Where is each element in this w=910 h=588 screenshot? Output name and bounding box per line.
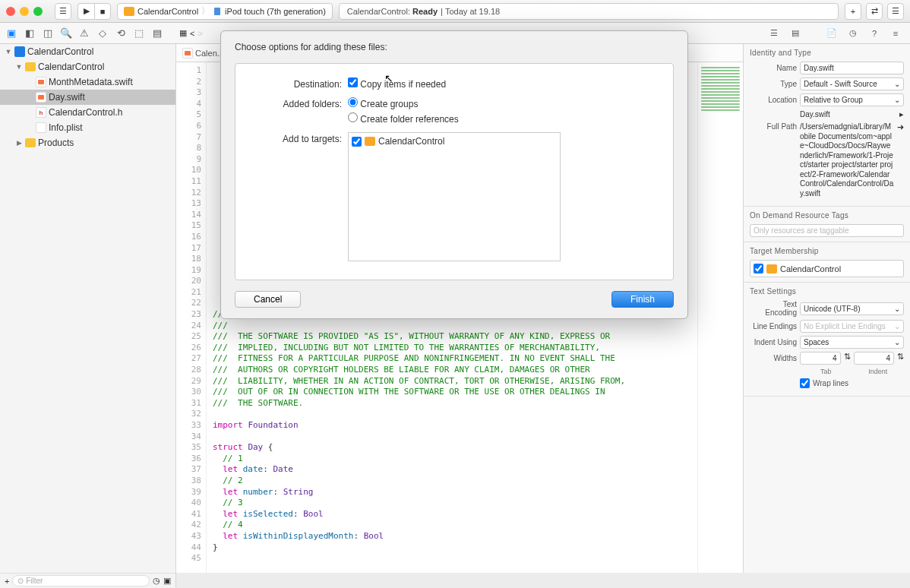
- identity-section-title: Identity and Type: [750, 49, 904, 57]
- cancel-button[interactable]: Cancel: [235, 291, 301, 308]
- scheme-selector[interactable]: CalendarControl 〉 iPod touch (7th genera…: [117, 3, 333, 20]
- toggle-inspector-button[interactable]: ☰: [887, 3, 904, 20]
- disclosure-triangle[interactable]: ▶: [15, 139, 23, 147]
- window-titlebar: ☰ ▶ ■ CalendarControl 〉 iPod touch (7th …: [0, 0, 910, 23]
- target-row[interactable]: CalendarControl: [352, 136, 557, 147]
- editor-back-button[interactable]: <: [190, 29, 194, 38]
- create-folder-refs-radio-label[interactable]: Create folder references: [348, 112, 658, 125]
- add-files-sheet: Choose options for adding these files: D…: [220, 30, 688, 319]
- tree-item-products[interactable]: ▶Products: [0, 135, 175, 150]
- find-navigator-tab[interactable]: 🔍: [58, 26, 74, 41]
- attributes-inspector-tab[interactable]: ≡: [887, 26, 904, 41]
- swift-icon: [36, 77, 46, 87]
- tree-item-label: Products: [38, 138, 74, 148]
- project-navigator[interactable]: ▼CalendarControl▼CalendarControlMonthMet…: [0, 44, 176, 573]
- source-control-navigator-tab[interactable]: ◧: [21, 26, 38, 41]
- library-button[interactable]: ⇄: [866, 3, 883, 20]
- inspectors-minimap-icon[interactable]: ▤: [787, 26, 804, 41]
- swift-icon: [36, 92, 46, 103]
- reveal-in-finder-icon[interactable]: ➜: [897, 122, 904, 132]
- create-groups-radio-label[interactable]: Create groups: [348, 97, 658, 109]
- file-name-field[interactable]: Day.swift: [800, 62, 904, 74]
- svg-rect-0: [214, 8, 220, 15]
- inspectors-outline-icon[interactable]: ☰: [766, 26, 782, 41]
- breakpoint-navigator-tab[interactable]: ⬚: [131, 26, 147, 41]
- test-navigator-tab[interactable]: ◇: [94, 26, 111, 41]
- add-to-targets-list[interactable]: CalendarControl: [348, 132, 561, 261]
- tab-stepper[interactable]: ⇅: [844, 352, 851, 365]
- tree-item-calendarcontrol[interactable]: ▼CalendarControl: [0, 44, 175, 59]
- tab-width-field[interactable]: 4: [800, 352, 841, 365]
- recent-filter-icon[interactable]: ◷: [153, 576, 160, 586]
- device-icon: [213, 7, 222, 16]
- target-membership-checkbox[interactable]: [754, 264, 763, 273]
- tree-item-calendarcontrol[interactable]: ▼CalendarControl: [0, 59, 175, 74]
- tree-item-info-plist[interactable]: Info.plist: [0, 120, 175, 135]
- tree-item-label: CalendarControl: [38, 62, 104, 72]
- choose-location-icon[interactable]: ▸: [899, 109, 904, 119]
- close-window-button[interactable]: [6, 7, 15, 16]
- issue-navigator-tab[interactable]: ⚠: [76, 26, 93, 41]
- wrap-lines-toggle[interactable]: Wrap lines: [800, 378, 904, 388]
- add-editor-button[interactable]: +: [845, 3, 861, 20]
- file-type-select[interactable]: Default - Swift Source⌄: [800, 77, 904, 90]
- location-select[interactable]: Relative to Group⌄: [800, 93, 904, 106]
- tree-item-label: Info.plist: [49, 122, 83, 133]
- indent-using-select[interactable]: Spaces⌄: [800, 336, 904, 349]
- zoom-window-button[interactable]: [33, 7, 43, 16]
- report-navigator-tab[interactable]: ▤: [149, 26, 166, 41]
- stop-button[interactable]: ■: [94, 3, 111, 20]
- line-gutter: 1234567891011121314151617181920212223242…: [176, 62, 207, 573]
- tree-item-label: Day.swift: [49, 92, 85, 103]
- toggle-navigator-button[interactable]: ☰: [55, 3, 71, 20]
- filter-field[interactable]: ⊙ Filter: [12, 575, 150, 586]
- disclosure-triangle[interactable]: ▼: [5, 48, 12, 55]
- target-membership-item[interactable]: CalendarControl: [754, 264, 900, 273]
- toolbox-icon: [766, 264, 777, 273]
- create-folder-refs-radio[interactable]: [348, 112, 358, 122]
- sheet-heading: Choose options for adding these files:: [235, 42, 674, 52]
- filter-icon: ⊙: [17, 577, 24, 585]
- tree-item-label: CalendarControl: [27, 46, 93, 57]
- tree-item-calendarcontrol-h[interactable]: hCalendarControl.h: [0, 105, 175, 120]
- help-inspector-tab[interactable]: ?: [866, 26, 883, 41]
- debug-navigator-tab[interactable]: ⟲: [112, 26, 129, 41]
- scheme-app: CalendarControl: [137, 7, 198, 16]
- minimap[interactable]: [697, 62, 743, 573]
- finish-button[interactable]: Finish: [611, 291, 674, 308]
- traffic-lights: [6, 7, 49, 16]
- odr-tags-field[interactable]: Only resources are taggable: [750, 224, 904, 237]
- copy-items-checkbox[interactable]: [348, 77, 358, 87]
- full-path-text: /Users/emadgnia/Library/Mobile Documents…: [800, 122, 894, 198]
- line-endings-select[interactable]: No Explicit Line Endings⌄: [800, 320, 904, 333]
- add-button[interactable]: +: [5, 577, 9, 586]
- tree-item-day-swift[interactable]: Day.swift: [0, 90, 175, 105]
- tree-item-monthmetadata-swift[interactable]: MonthMetadata.swift: [0, 74, 175, 90]
- indent-width-field[interactable]: 4: [854, 352, 895, 365]
- h-icon: h: [36, 107, 46, 118]
- history-inspector-tab[interactable]: ◷: [845, 26, 861, 41]
- indent-stepper[interactable]: ⇅: [897, 352, 904, 365]
- scm-filter-icon[interactable]: ▣: [163, 576, 171, 586]
- file-inspector: Identity and Type Name Day.swift Type De…: [743, 44, 910, 573]
- project-navigator-tab[interactable]: ▣: [3, 26, 20, 41]
- file-inspector-tab[interactable]: 📄: [823, 26, 840, 41]
- toolbox-icon: [365, 137, 375, 146]
- toolbox-icon: [124, 7, 134, 16]
- editor-grid-icon[interactable]: ▦: [179, 28, 187, 38]
- symbol-navigator-tab[interactable]: ◫: [39, 26, 56, 41]
- text-encoding-select[interactable]: Unicode (UTF-8)⌄: [800, 302, 904, 315]
- scheme-device: iPod touch (7th generation): [225, 7, 326, 16]
- activity-status: CalendarControl: Ready | Today at 19.18: [339, 3, 839, 20]
- run-button[interactable]: ▶: [77, 3, 94, 20]
- editor-forward-button[interactable]: >: [197, 29, 202, 38]
- disclosure-triangle[interactable]: ▼: [15, 63, 23, 71]
- minimize-window-button[interactable]: [20, 7, 29, 16]
- location-file: Day.swift: [800, 110, 896, 119]
- target-checkbox[interactable]: [352, 137, 362, 147]
- folder-icon: [25, 62, 36, 71]
- folder-icon: [25, 138, 36, 147]
- swift-file-icon: [182, 48, 193, 58]
- copy-items-checkbox-label[interactable]: Copy items if needed: [348, 77, 658, 90]
- create-groups-radio[interactable]: [348, 97, 358, 107]
